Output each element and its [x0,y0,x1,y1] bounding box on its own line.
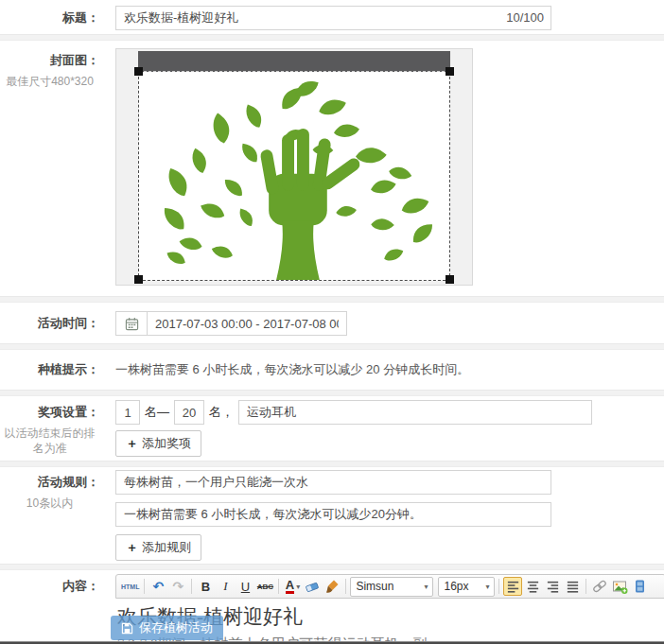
rules-label: 活动规则： [0,470,99,495]
toolbar-separator [191,579,192,594]
time-range-input[interactable] [147,311,347,336]
tip-row: 种植提示： 一株树苗需要 6 小时长成，每次浇水可以减少 20 分钟成长时间。 [0,350,664,390]
underline-button[interactable]: U [236,577,254,596]
add-rule-button[interactable]: ＋ 添加规则 [115,534,201,561]
prize-name-input[interactable] [238,400,592,425]
save-floppy-icon [121,622,133,635]
time-row: 活动时间： [0,303,664,343]
cover-row: 封面图： 最佳尺寸480*320 [0,41,664,296]
time-label: 活动时间： [0,311,99,336]
calendar-addon[interactable] [115,311,148,336]
brush-icon [324,579,340,594]
title-char-counter: 10/100 [506,10,544,25]
add-prize-label: 添加奖项 [142,435,191,452]
crop-handle-bottom-right[interactable] [446,275,454,284]
prize-hint: 以活动结束后的排名为准 [0,426,99,456]
tip-label: 种植提示： [0,357,99,382]
font-color-button[interactable]: A ▾ [283,577,302,596]
insert-image-button[interactable] [610,577,629,596]
strikethrough-button[interactable]: ABC [255,577,274,596]
toolbar-separator [144,579,145,594]
calendar-icon [125,317,139,331]
plus-icon: ＋ [126,539,138,556]
redo-button[interactable]: ↷ [168,577,187,596]
activity-edit-form: 标题： 10/100 封面图： 最佳尺寸480*320 [0,0,664,644]
crop-dashed-edge [139,71,449,72]
crop-handle-top-left[interactable] [134,67,143,76]
section-divider [0,34,664,41]
chevron-down-icon: ▾ [424,583,428,591]
cover-size-hint: 最佳尺寸480*320 [0,74,99,89]
content-label: 内容： [0,574,99,599]
align-left-button[interactable] [503,577,522,596]
rule-input-2[interactable] [115,502,551,527]
add-prize-button[interactable]: ＋ 添加奖项 [115,430,201,457]
toolbar-separator [585,579,586,594]
chevron-down-icon: ▾ [485,583,489,591]
section-divider [0,564,664,570]
font-family-select[interactable]: Simsun ▾ [350,577,433,597]
title-input[interactable] [115,6,551,30]
toolbar-separator [278,579,279,594]
rules-row: 活动规则： 10条以内 ＋ 添加规则 [0,467,664,564]
section-divider [0,343,664,350]
align-left-icon [506,580,520,594]
html-source-button[interactable]: HTML [120,577,140,596]
align-right-icon [546,580,560,594]
section-divider [0,461,664,467]
font-family-value: Simsun [356,580,393,593]
insert-media-button[interactable] [630,577,649,596]
font-size-value: 16px [444,580,468,593]
cover-image-container [115,48,473,286]
cover-image-tree [139,72,449,280]
link-icon [592,579,607,594]
title-label: 标题： [0,6,99,30]
rank-separator-text: 名— [145,404,169,421]
prize-label: 奖项设置： [0,400,99,425]
align-center-icon [526,580,540,594]
save-activity-label: 保存植树活动 [139,619,213,636]
title-row: 标题： 10/100 [0,0,664,34]
italic-button[interactable]: I [216,577,235,596]
bold-button[interactable]: B [196,577,215,596]
rank-to-input[interactable] [174,400,204,425]
crop-dimmed-area [138,51,450,72]
toolbar-separator [498,579,499,594]
tip-text: 一株树苗需要 6 小时长成，每次浇水可以减少 20 分钟成长时间。 [115,357,664,382]
chevron-down-icon: ▾ [296,583,300,591]
crop-handle-bottom-left[interactable] [134,275,143,284]
plus-icon: ＋ [126,435,138,452]
rank-from-input[interactable] [115,400,140,425]
image-icon [612,579,628,595]
editor-toolbar: HTML ↶ ↷ B I U ABC A ▾ [115,574,664,599]
font-color-A: A [286,580,294,594]
save-activity-button[interactable]: 保存植树活动 [111,616,223,640]
crop-handle-top-right[interactable] [446,67,454,76]
font-size-select[interactable]: 16px ▾ [438,577,495,597]
toolbar-separator [345,579,346,594]
align-right-button[interactable] [543,577,562,596]
section-divider [0,296,664,303]
section-divider [0,390,664,396]
undo-button[interactable]: ↶ [149,577,167,596]
eraser-icon [305,579,320,594]
media-icon [632,579,647,594]
cover-label: 封面图： [0,48,99,73]
add-rule-label: 添加规则 [142,539,191,556]
eraser-button[interactable] [303,577,322,596]
content-row: 内容： HTML ↶ ↷ B I U ABC A ▾ [0,570,664,644]
align-justify-button[interactable] [563,577,582,596]
align-center-button[interactable] [523,577,542,596]
crop-selection[interactable] [138,72,450,281]
insert-link-button[interactable] [590,577,609,596]
rule-input-1[interactable] [115,470,551,495]
prize-row: 奖项设置： 以活动结束后的排名为准 名— 名， ＋ 添加奖项 [0,396,664,461]
format-brush-button[interactable] [323,577,341,596]
align-justify-icon [566,580,580,594]
rules-hint: 10条以内 [0,496,99,511]
rank-suffix-text: 名， [209,404,234,421]
